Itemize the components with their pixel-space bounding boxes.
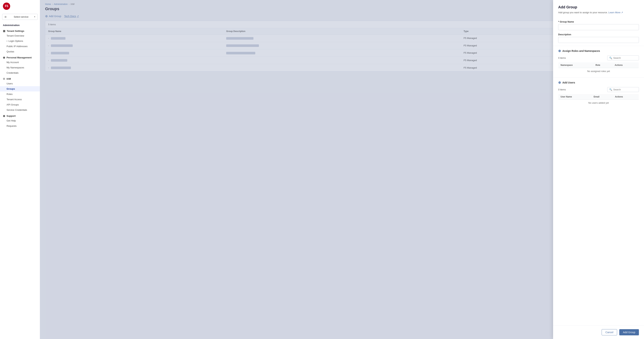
sidebar-item-my-namespaces[interactable]: My Namespaces [0, 65, 40, 70]
col-namespace: Namespace [558, 62, 594, 68]
breadcrumb: Home › Administration › IAM [45, 3, 639, 6]
select-service-button[interactable]: ⊞ Select service ▾ [2, 14, 38, 20]
search-icon: 🔍 [609, 56, 612, 59]
expand-chevron[interactable]: › [48, 44, 49, 47]
sidebar-item-requests[interactable]: Requests [0, 123, 40, 128]
f5-logo: F5 [3, 2, 10, 10]
users-no-data: No users added yet [558, 100, 639, 106]
sidebar-item-roles[interactable]: Roles [0, 92, 40, 97]
sidebar-item-credentials[interactable]: Credentials [0, 70, 40, 76]
sidebar-item-public-ip[interactable]: Public IP Addresses [0, 44, 40, 49]
row-1-name: › [45, 34, 223, 42]
cancel-button[interactable]: Cancel [602, 329, 617, 335]
sidebar-item-quotas[interactable]: Quotas [0, 49, 40, 54]
panel-footer: Cancel Add Group [553, 325, 644, 339]
roles-no-data-row: No assigned roles yet [558, 68, 639, 74]
description-field: Description [553, 33, 644, 46]
col-email: Email [592, 94, 613, 100]
blurred-desc [226, 37, 254, 40]
row-5-desc [223, 64, 461, 71]
external-link-icon: ↗ [621, 11, 623, 14]
table-items-count: 5 items [45, 21, 639, 28]
sidebar-item-my-account[interactable]: My Account [0, 60, 40, 65]
sidebar-item-tenant-overview[interactable]: Tenant Overview [0, 33, 40, 38]
expand-chevron[interactable]: › [48, 66, 49, 69]
group-name-input[interactable] [558, 24, 639, 30]
users-no-data-row: No users added yet [558, 100, 639, 106]
learn-more-link[interactable]: Learn More ↗ [608, 11, 623, 14]
row-4-desc [223, 56, 461, 64]
sidebar: F5 ⊞ Select service ▾ Administration ▦ T… [0, 0, 40, 339]
row-1-desc [223, 34, 461, 42]
table-row: › F5 Managed 1 [45, 34, 639, 42]
blurred-name [51, 44, 73, 47]
roles-sub-toolbar: 0 items 🔍 [558, 56, 639, 60]
expand-chevron[interactable]: › [48, 52, 49, 54]
roles-no-data: No assigned roles yet [558, 68, 639, 74]
add-group-submit-button[interactable]: Add Group [619, 329, 639, 335]
iam-icon: ⊙ [3, 77, 5, 80]
add-users-header[interactable]: ⊕ Add Users [558, 80, 639, 84]
sidebar-item-service-credentials[interactable]: Service Credentials [0, 107, 40, 112]
col-actions: Actions [613, 94, 639, 100]
sidebar-item-groups[interactable]: Groups [0, 86, 40, 92]
row-3-desc [223, 49, 461, 57]
logo-area: F5 [0, 0, 40, 12]
row-4-name: › [45, 56, 223, 64]
group-name-label: * Group Name [558, 20, 639, 23]
search-icon: 🔍 [609, 88, 612, 91]
sidebar-item-tenant-access[interactable]: Tenant Access [0, 97, 40, 102]
grid-icon: ⊞ [4, 16, 6, 18]
row-2-name: › [45, 42, 223, 49]
sidebar-group-tenant-settings[interactable]: ▦ Tenant Settings [0, 28, 40, 33]
support-icon: ◉ [3, 114, 5, 117]
table-row: › F5 Managed 0 [45, 42, 639, 49]
col-group-description: Group Description [223, 28, 461, 34]
add-group-button[interactable]: ⊕ Add Group [45, 14, 61, 18]
col-role: Role [593, 62, 612, 68]
tenant-settings-icon: ▦ [3, 30, 5, 32]
blurred-name [51, 66, 71, 69]
sidebar-item-get-help[interactable]: Get Help [0, 118, 40, 123]
sidebar-item-login-options[interactable]: Login Options [0, 38, 40, 44]
sidebar-group-personal-management[interactable]: ◉ Personal Management [0, 54, 40, 60]
row-2-desc [223, 42, 461, 49]
row-3-name: › [45, 49, 223, 57]
col-actions: Actions [612, 62, 639, 68]
groups-table-container: 5 items Group Name Group Description Typ… [45, 21, 639, 72]
users-search-box[interactable]: 🔍 [607, 87, 639, 92]
plus-circle-icon: ⊕ [558, 80, 561, 84]
users-sub-toolbar: 0 items 🔍 [558, 87, 639, 92]
sidebar-group-iam[interactable]: ⊙ IAM [0, 76, 40, 81]
description-input[interactable] [558, 37, 639, 43]
breadcrumb-administration[interactable]: Administration [54, 3, 68, 6]
sidebar-group-support[interactable]: ◉ Support [0, 112, 40, 118]
table-row: › F5 Managed 7 [45, 64, 639, 71]
panel-title: Add Group [558, 5, 639, 9]
col-username: User Name [558, 94, 592, 100]
panel-header: Add Group Add group you want to assign t… [553, 0, 644, 20]
tech-docs-button[interactable]: Tech Docs ↗ [64, 15, 79, 18]
expand-chevron[interactable]: › [48, 59, 49, 62]
roles-search-box[interactable]: 🔍 [607, 56, 639, 60]
admin-section-title: Administration [0, 21, 40, 28]
assign-roles-header[interactable]: ⊕ Assign Roles and Namespaces [558, 49, 639, 53]
breadcrumb-iam: IAM [70, 3, 74, 6]
sidebar-item-users[interactable]: Users [0, 81, 40, 86]
expand-chevron[interactable]: › [48, 37, 49, 39]
plus-circle-icon: ⊕ [558, 49, 561, 53]
roles-search-input[interactable] [613, 56, 637, 59]
description-label: Description [558, 33, 639, 36]
table-row: › F5 Managed 0 [45, 49, 639, 57]
users-search-input[interactable] [613, 88, 637, 91]
breadcrumb-home[interactable]: Home [45, 3, 51, 6]
users-items-count: 0 items [558, 88, 566, 91]
blurred-name [51, 59, 67, 62]
assign-roles-section: ⊕ Assign Roles and Namespaces 0 items 🔍 … [553, 46, 644, 78]
sidebar-item-api-groups[interactable]: API Groups [0, 102, 40, 107]
blurred-name [51, 52, 69, 54]
roles-items-count: 0 items [558, 56, 566, 59]
blurred-desc [226, 52, 255, 54]
table-row: › F5 Managed 7 [45, 56, 639, 64]
group-name-field: * Group Name [553, 20, 644, 33]
